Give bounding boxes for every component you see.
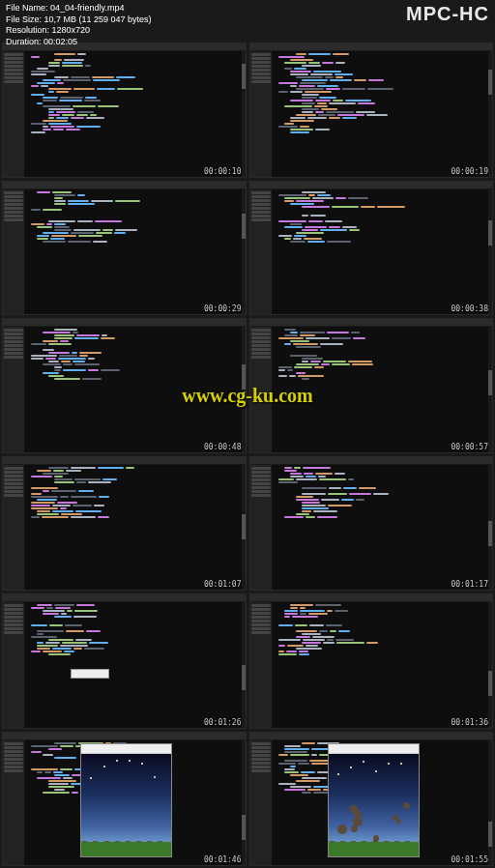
game-preview-window[interactable] [328, 743, 420, 857]
resolution-value: 1280x720 [52, 25, 91, 35]
thumbnail[interactable]: 00:01:07 [2, 456, 247, 592]
thumbnail[interactable]: 00:00:38 [249, 181, 494, 316]
ide-menubar [250, 594, 493, 602]
scrollbar[interactable] [242, 327, 246, 452]
ide-sidebar [3, 740, 24, 866]
game-asteroid [351, 825, 358, 832]
thumbnail-timestamp: 00:01:36 [451, 718, 488, 727]
ide-menubar [250, 182, 493, 189]
ide-menubar [250, 319, 493, 327]
thumbnail-timestamp: 00:00:29 [204, 304, 242, 313]
star [103, 766, 105, 767]
ide-sidebar [250, 602, 272, 728]
scroll-thumb[interactable] [242, 665, 246, 690]
thumbnail-timestamp: 00:00:57 [451, 443, 488, 451]
scroll-thumb[interactable] [242, 514, 246, 539]
game-asteroid [350, 805, 358, 813]
code-editor [24, 51, 242, 177]
ide-sidebar [3, 327, 24, 452]
thumbnail-timestamp: 00:01:07 [204, 580, 242, 589]
scrollbar[interactable] [488, 327, 492, 452]
code-editor [24, 602, 242, 728]
thumbnail[interactable]: 00:00:57 [249, 318, 494, 453]
resolution-label: Resolution: [6, 25, 49, 35]
thumbnail[interactable]: 00:01:26 [2, 593, 247, 729]
star [400, 763, 402, 765]
scroll-thumb[interactable] [242, 815, 246, 840]
star [388, 763, 390, 765]
ide-body [250, 602, 493, 728]
thumbnail-timestamp: 00:00:38 [451, 304, 488, 313]
thumbnail-timestamp: 00:01:26 [204, 718, 242, 727]
thumbnail[interactable]: 00:00:19 [249, 43, 494, 178]
thumbnail[interactable]: 00:01:46 [2, 732, 247, 867]
autocomplete-popup[interactable] [71, 669, 109, 679]
ide-sidebar [3, 51, 24, 177]
scrollbar[interactable] [488, 740, 492, 866]
game-ground [329, 842, 419, 856]
scroll-thumb[interactable] [242, 364, 246, 390]
scrollbar[interactable] [242, 51, 246, 177]
star [141, 763, 143, 765]
ide-menubar [3, 594, 246, 602]
ide-sidebar [250, 327, 272, 452]
ide-body [3, 327, 246, 452]
scroll-thumb[interactable] [242, 64, 246, 89]
code-editor [272, 465, 489, 591]
code-editor [24, 465, 242, 591]
ide-body [250, 327, 493, 452]
code-editor [272, 602, 489, 728]
game-canvas [329, 754, 419, 856]
ide-body [3, 51, 246, 177]
thumbnail-timestamp: 00:01:46 [204, 855, 242, 864]
ide-body [3, 602, 246, 728]
ide-body [250, 465, 493, 591]
scrollbar[interactable] [488, 51, 492, 177]
ide-sidebar [250, 740, 272, 866]
thumbnail[interactable]: 00:01:55 [249, 732, 494, 867]
scroll-thumb[interactable] [488, 220, 492, 246]
thumbnail[interactable]: 00:00:10 [2, 43, 247, 178]
scrollbar[interactable] [242, 602, 246, 728]
star [363, 761, 364, 763]
ide-body [3, 189, 246, 315]
thumbnail[interactable]: 00:01:17 [249, 456, 494, 592]
duration-label: Duration: [6, 37, 42, 46]
scrollbar[interactable] [488, 602, 492, 728]
scroll-thumb[interactable] [242, 214, 246, 239]
game-asteroid [403, 802, 410, 809]
game-canvas [81, 754, 171, 856]
scrollbar[interactable] [488, 189, 492, 315]
scroll-thumb[interactable] [488, 370, 492, 395]
game-titlebar [81, 744, 171, 754]
thumbnail[interactable]: 00:01:36 [249, 593, 494, 729]
file-name-label: File Name: [6, 3, 48, 13]
thumbnail[interactable]: 00:00:48 [2, 318, 247, 453]
game-ground [81, 842, 171, 856]
scrollbar[interactable] [242, 465, 246, 591]
scrollbar[interactable] [488, 465, 492, 591]
file-name-value: 04_04-friendly.mp4 [50, 3, 124, 13]
scroll-thumb[interactable] [488, 671, 492, 696]
ide-menubar [250, 43, 493, 51]
thumbnail[interactable]: 00:00:29 [2, 181, 247, 316]
scroll-thumb[interactable] [488, 70, 492, 95]
ide-sidebar [3, 602, 24, 728]
game-preview-window[interactable] [80, 743, 172, 857]
info-header: File Name: 04_04-friendly.mp4 File Size:… [0, 0, 495, 41]
ide-menubar [3, 182, 246, 189]
star [129, 760, 131, 762]
scrollbar[interactable] [242, 740, 246, 866]
ide-sidebar [3, 189, 24, 315]
ide-body [3, 465, 246, 591]
scrollbar[interactable] [242, 189, 246, 315]
scroll-thumb[interactable] [488, 822, 492, 847]
ide-menubar [250, 457, 493, 465]
code-editor [272, 327, 489, 452]
game-asteroid [396, 820, 400, 824]
file-metadata: File Name: 04_04-friendly.mp4 File Size:… [6, 3, 152, 38]
star [337, 773, 339, 775]
scroll-thumb[interactable] [488, 521, 492, 546]
player-logo: MPC-HC [406, 3, 489, 38]
star [375, 770, 377, 772]
